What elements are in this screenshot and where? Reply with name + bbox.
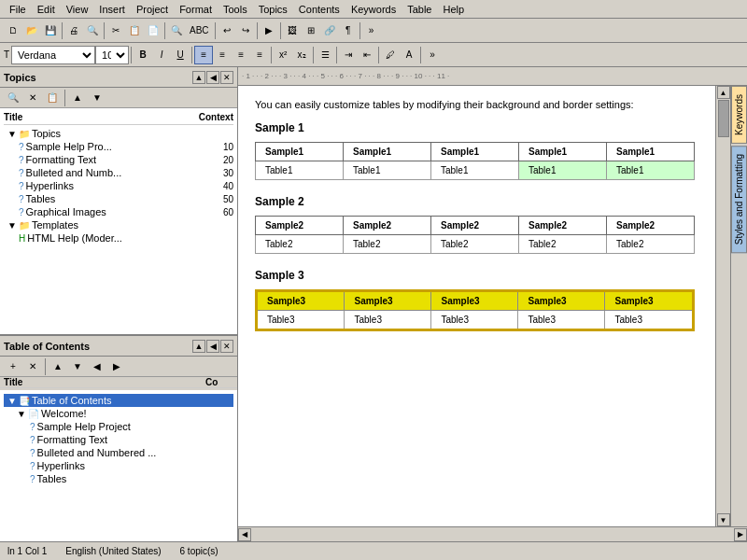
topics-search-btn[interactable]: 🔍 [4, 89, 22, 107]
toc-right-btn[interactable]: ▶ [107, 357, 126, 376]
link-btn[interactable]: 🔗 [320, 21, 339, 40]
more-format-btn[interactable]: » [423, 46, 442, 64]
img-btn[interactable]: 🖼 [283, 21, 302, 40]
scroll-up-btn[interactable]: ▲ [717, 86, 730, 99]
toc-item-formatting[interactable]: ? Formatting Text [4, 433, 233, 446]
table-btn[interactable]: ⊞ [302, 21, 320, 40]
topics-float-btn[interactable]: ▲ [192, 71, 205, 84]
save-btn[interactable]: 💾 [41, 21, 60, 40]
topics-props-btn[interactable]: 📋 [43, 89, 62, 107]
scroll-left-btn[interactable]: ◀ [238, 528, 251, 541]
topics-dock-btn[interactable]: ◀ [206, 71, 219, 84]
toc-tree[interactable]: ▼ 📑 Table of Contents ▼ 📄 Welcome! ? Sam… [0, 390, 237, 541]
toc-down-btn[interactable]: ▼ [68, 357, 87, 376]
menu-view[interactable]: View [61, 3, 94, 16]
menu-edit[interactable]: Edit [32, 3, 61, 16]
scroll-track[interactable] [717, 99, 730, 513]
size-select[interactable]: 10 [95, 46, 129, 64]
toc-item-bulleted[interactable]: ? Bulleted and Numbered ... [4, 446, 233, 459]
menu-topics[interactable]: Topics [253, 3, 293, 16]
keywords-tab[interactable]: Keywords [731, 86, 747, 144]
toc-delete-btn[interactable]: ✕ [23, 357, 42, 376]
font-select[interactable]: Verdana [11, 46, 95, 64]
paste-btn[interactable]: 📄 [144, 21, 162, 40]
menu-file[interactable]: File [4, 3, 32, 16]
tree-item-topics-folder[interactable]: ▼ 📁 Topics [4, 127, 233, 140]
sample1-cell-3: Table1 [431, 161, 519, 180]
list-btn[interactable]: ☰ [316, 46, 334, 64]
menu-help[interactable]: Help [437, 3, 470, 16]
open-btn[interactable]: 📂 [22, 21, 41, 40]
vertical-scrollbar[interactable]: ▲ ▼ [715, 86, 730, 526]
toc-item-root[interactable]: ▼ 📑 Table of Contents [4, 394, 233, 407]
tree-item-sample-help[interactable]: ? Sample Help Pro... 10 [4, 140, 233, 153]
print-btn[interactable]: 🖨 [64, 21, 83, 40]
color-btn[interactable]: A [400, 46, 418, 64]
run-btn[interactable]: ▶ [260, 21, 278, 40]
sample2-cell-5: Table2 [607, 235, 695, 254]
cut-btn[interactable]: ✂ [106, 21, 125, 40]
align-right-btn[interactable]: ≡ [232, 46, 250, 64]
spell-btn[interactable]: ABC [186, 21, 213, 40]
scroll-thumb[interactable] [718, 100, 729, 137]
topics-tree[interactable]: Title Context ▼ 📁 Topics ? Sample Help P… [0, 108, 237, 334]
menu-table[interactable]: Table [402, 3, 437, 16]
topics-down-btn[interactable]: ▼ [88, 89, 106, 107]
scroll-right-btn[interactable]: ▶ [734, 528, 747, 541]
para-btn[interactable]: ¶ [339, 21, 358, 40]
tree-item-hyperlinks[interactable]: ? Hyperlinks 40 [4, 179, 233, 192]
indent-btn[interactable]: ⇥ [339, 46, 358, 64]
find-btn[interactable]: 🔍 [167, 21, 186, 40]
align-left-btn[interactable]: ≡ [194, 46, 213, 64]
document-inner[interactable]: You can easily customize tables by modif… [238, 86, 730, 526]
tree-item-tables[interactable]: ? Tables 50 [4, 192, 233, 205]
tree-item-graphical[interactable]: ? Graphical Images 60 [4, 205, 233, 218]
folder-icon: 📁 [19, 129, 30, 139]
outdent-btn[interactable]: ⇤ [358, 46, 376, 64]
align-center-btn[interactable]: ≡ [213, 46, 232, 64]
topics-close-btn[interactable]: ✕ [220, 71, 233, 84]
topics-delete-btn[interactable]: ✕ [23, 89, 42, 107]
redo-btn[interactable]: ↪ [236, 21, 255, 40]
copy-btn[interactable]: 📋 [125, 21, 144, 40]
menu-format[interactable]: Format [174, 3, 218, 16]
tree-item-templates-folder[interactable]: ▼ 📁 Templates [4, 218, 233, 231]
superscript-btn[interactable]: x² [274, 46, 292, 64]
align-justify-btn[interactable]: ≡ [250, 46, 269, 64]
topics-up-btn[interactable]: ▲ [68, 89, 87, 107]
expand-icon: ▼ [7, 396, 17, 406]
tree-item-bulleted[interactable]: ? Bulleted and Numb... 30 [4, 166, 233, 179]
toc-close-btn[interactable]: ✕ [220, 340, 233, 353]
menu-tools[interactable]: Tools [218, 3, 253, 16]
toc-item-sample-help[interactable]: ? Sample Help Project [4, 420, 233, 433]
menu-insert[interactable]: Insert [93, 3, 131, 16]
more-btn[interactable]: » [362, 21, 381, 40]
preview-btn[interactable]: 🔍 [83, 21, 102, 40]
toc-up-btn[interactable]: ▲ [49, 357, 67, 376]
new-btn[interactable]: 🗋 [4, 21, 22, 40]
highlight-btn[interactable]: 🖊 [381, 46, 400, 64]
sample1-cell-5: Table1 [607, 161, 695, 180]
menu-contents[interactable]: Contents [293, 3, 345, 16]
toc-add-btn[interactable]: + [4, 357, 22, 376]
sample3-table: Sample3 Sample3 Sample3 Sample3 Sample3 … [255, 289, 695, 331]
menu-keywords[interactable]: Keywords [345, 3, 402, 16]
toc-left-btn[interactable]: ◀ [88, 357, 106, 376]
tree-item-html-help[interactable]: H HTML Help (Moder... [4, 231, 233, 245]
toc-item-welcome[interactable]: ▼ 📄 Welcome! [4, 407, 233, 420]
scroll-down-btn[interactable]: ▼ [717, 513, 730, 526]
tree-item-formatting[interactable]: ? Formatting Text 20 [4, 153, 233, 166]
bold-btn[interactable]: B [134, 46, 152, 64]
styles-tab[interactable]: Styles and Formatting [731, 146, 747, 253]
toc-item-hyperlinks[interactable]: ? Hyperlinks [4, 459, 233, 472]
horizontal-scrollbar[interactable]: ◀ ▶ [238, 526, 747, 541]
undo-btn[interactable]: ↩ [218, 21, 236, 40]
toc-item-tables[interactable]: ? Tables [4, 472, 233, 485]
toc-dock-btn[interactable]: ◀ [206, 340, 219, 353]
underline-btn[interactable]: U [171, 46, 190, 64]
italic-btn[interactable]: I [152, 46, 171, 64]
menu-project[interactable]: Project [131, 3, 174, 16]
doc-icon: ? [30, 474, 35, 484]
subscript-btn[interactable]: x₂ [292, 46, 311, 64]
toc-float-btn[interactable]: ▲ [192, 340, 205, 353]
